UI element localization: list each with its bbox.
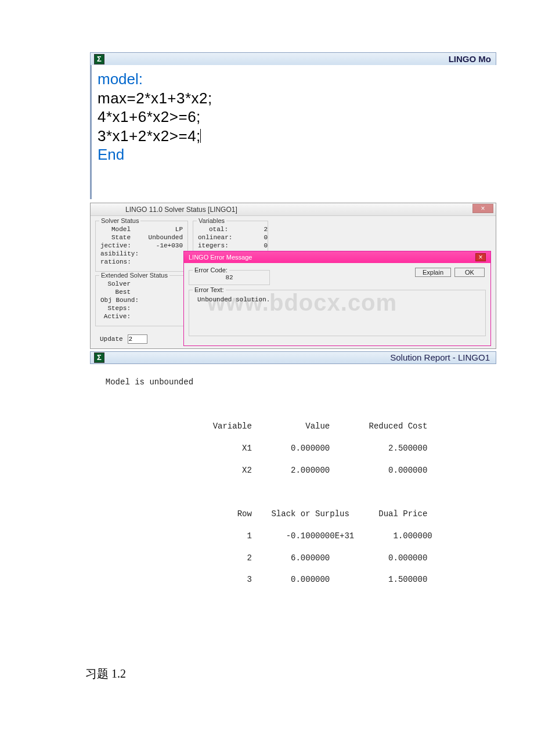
report-var-header: Variable Value Reduced Cost <box>96 421 496 432</box>
text-caret <box>200 129 201 143</box>
variables-group: Variables otal:2 onlinear:0 itegers:0 <box>193 221 268 255</box>
error-dialog-title: LINGO Error Message <box>189 254 252 261</box>
ok-button[interactable]: OK <box>454 268 485 277</box>
close-icon[interactable]: × <box>472 204 493 213</box>
value-otal: 2 <box>233 226 268 233</box>
editor-window-title: LINGO Mo <box>449 54 491 64</box>
label-objective: jective: <box>100 242 136 249</box>
code-line-3: 4*x1+6*x2>=6; <box>98 107 490 127</box>
label-iterations: rations: <box>100 258 136 265</box>
report-row-header: Row Slack or Surplus Dual Price <box>96 509 496 520</box>
explain-button[interactable]: Explain <box>415 268 451 277</box>
value-state: Unbounded <box>148 234 183 241</box>
solver-status-group: Solver Status ModelLP StateUnbounded jec… <box>95 221 188 272</box>
report-window-title: Solution Report - LINGO1 <box>390 352 490 362</box>
label-best: Best <box>100 289 135 296</box>
code-editor[interactable]: model: max=2*x1+3*x2; 4*x1+6*x2>=6; 3*x1… <box>90 65 496 199</box>
error-code-value: 82 <box>225 274 233 281</box>
solution-report: Model is unbounded Variable Value Reduce… <box>90 364 496 597</box>
label-onlinear: onlinear: <box>198 234 233 241</box>
lingo-app-icon: Σ <box>94 54 104 64</box>
label-solver: Solver <box>100 280 135 287</box>
label-model: Model <box>100 226 135 233</box>
report-row: 3 0.000000 1.500000 <box>96 574 496 585</box>
error-code-legend: Error Code: <box>193 267 229 273</box>
value-itegers: 0 <box>233 242 268 249</box>
value-onlinear: 0 <box>233 234 268 241</box>
report-var-row: X2 2.000000 0.000000 <box>96 465 496 476</box>
label-update: Update <box>100 336 123 343</box>
solver-dialog-title: LINGO 11.0 Solver Status [LINGO1] <box>125 204 237 215</box>
report-row: 2 6.000000 0.000000 <box>96 553 496 564</box>
solver-status-legend: Solver Status <box>99 217 140 224</box>
close-icon[interactable]: × <box>475 253 486 261</box>
solver-status-dialog: LINGO 11.0 Solver Status [LINGO1] × Solv… <box>90 203 496 349</box>
value-objective: -1e+030 <box>148 242 183 249</box>
error-text-legend: Error Text: <box>193 286 226 293</box>
report-title-bar: Σ Solution Report - LINGO1 <box>90 351 496 364</box>
report-status: Model is unbounded <box>96 377 496 388</box>
code-line-5: End <box>98 145 490 164</box>
label-feasibility: asibility: <box>100 250 143 257</box>
label-steps: Steps: <box>100 305 135 312</box>
extended-solver-group: Extended Solver Status Solver Best Obj B… <box>95 275 188 326</box>
label-state: State <box>100 234 135 241</box>
label-obj-bound: Obj Bound: <box>100 297 143 304</box>
lingo-app-icon: Σ <box>94 352 104 363</box>
code-line-4: 3*x1+2*x2>=4; <box>98 127 490 146</box>
variables-legend: Variables <box>197 217 226 224</box>
report-var-row: X1 0.000000 2.500000 <box>96 443 496 454</box>
label-active: Active: <box>100 313 135 320</box>
editor-title-bar: Σ LINGO Mo <box>90 52 496 65</box>
report-row: 1 -0.1000000E+31 1.000000 <box>96 531 496 542</box>
error-text-value: Unbounded solution. <box>193 294 482 305</box>
update-input[interactable] <box>128 334 147 344</box>
code-line-1: model: <box>98 70 490 89</box>
error-dialog-title-bar: LINGO Error Message × <box>184 251 490 263</box>
value-model: LP <box>148 226 183 233</box>
label-otal: otal: <box>198 226 233 233</box>
extended-legend: Extended Solver Status <box>99 272 169 279</box>
code-line-2: max=2*x1+3*x2; <box>98 89 490 108</box>
label-itegers: itegers: <box>198 242 233 249</box>
exercise-label: 习题 1.2 <box>85 666 534 682</box>
solver-dialog-title-bar: LINGO 11.0 Solver Status [LINGO1] × <box>91 203 496 216</box>
error-dialog: LINGO Error Message × www.bdocx.com Expl… <box>183 251 491 346</box>
